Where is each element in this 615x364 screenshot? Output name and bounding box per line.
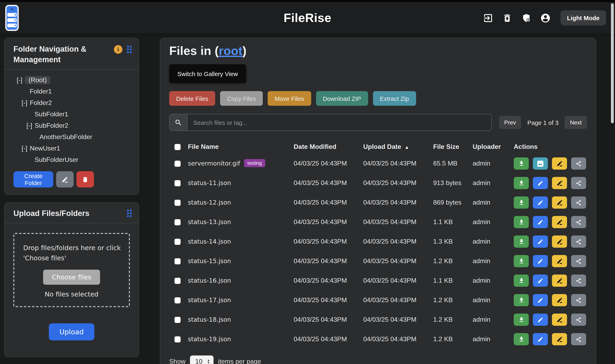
share-button[interactable] bbox=[571, 313, 586, 326]
search-input[interactable] bbox=[187, 114, 492, 131]
share-button[interactable] bbox=[571, 196, 586, 209]
share-button[interactable] bbox=[571, 333, 586, 345]
prev-page-button[interactable]: Prev bbox=[499, 116, 521, 129]
edit-button[interactable] bbox=[533, 235, 548, 248]
share-button[interactable] bbox=[571, 157, 586, 169]
items-per-page-select[interactable]: 10 ▲▼ bbox=[190, 355, 213, 364]
account-circle-icon[interactable] bbox=[540, 12, 551, 24]
folder-tree-item[interactable]: [-] SubFolder2 bbox=[4, 120, 139, 131]
folder-name[interactable]: AnotherSubFolder bbox=[39, 133, 92, 141]
admin-shield-icon[interactable] bbox=[521, 12, 532, 24]
rename-button[interactable] bbox=[552, 177, 567, 189]
download-button[interactable] bbox=[514, 216, 529, 228]
row-checkbox[interactable] bbox=[174, 297, 180, 303]
next-page-button[interactable]: Next bbox=[564, 116, 587, 129]
folder-tree-item[interactable]: [-] NewUser1 bbox=[4, 143, 139, 154]
share-button[interactable] bbox=[571, 274, 586, 287]
rename-button[interactable] bbox=[552, 274, 567, 287]
rename-button[interactable] bbox=[552, 313, 567, 326]
copy-files-button[interactable]: Copy Files bbox=[220, 91, 263, 106]
rename-button[interactable] bbox=[552, 235, 567, 248]
rename-button[interactable] bbox=[552, 255, 567, 267]
row-checkbox[interactable] bbox=[174, 238, 180, 245]
edit-button[interactable] bbox=[533, 294, 548, 306]
drag-handle-icon[interactable] bbox=[127, 209, 132, 218]
folder-name[interactable]: SubFolder1 bbox=[35, 111, 68, 118]
edit-button[interactable] bbox=[533, 255, 548, 267]
folder-tree-item[interactable]: Folder1 bbox=[4, 86, 139, 97]
rename-button[interactable] bbox=[552, 196, 567, 209]
download-button[interactable] bbox=[514, 177, 529, 189]
column-uploader[interactable]: Uploader bbox=[470, 143, 511, 150]
download-button[interactable] bbox=[514, 235, 529, 248]
folder-tree-item[interactable]: SubFolderUser bbox=[4, 154, 139, 166]
row-checkbox[interactable] bbox=[174, 219, 180, 225]
switch-gallery-view-button[interactable]: Switch to Gallery View bbox=[169, 64, 246, 83]
column-date-modified[interactable]: Date Modified bbox=[291, 143, 361, 150]
delete-files-button[interactable]: Delete Files bbox=[169, 91, 215, 106]
share-button[interactable] bbox=[571, 255, 586, 267]
download-button[interactable] bbox=[514, 157, 529, 169]
folder-tree-item[interactable]: AnotherSubFolder bbox=[4, 131, 139, 143]
folder-name[interactable]: Folder1 bbox=[30, 88, 52, 95]
download-button[interactable] bbox=[514, 294, 529, 306]
light-mode-button[interactable]: Light Mode bbox=[561, 10, 606, 26]
share-button[interactable] bbox=[571, 235, 586, 248]
row-checkbox[interactable] bbox=[174, 180, 180, 186]
download-button[interactable] bbox=[514, 255, 529, 267]
move-files-button[interactable]: Move Files bbox=[268, 91, 311, 106]
edit-button[interactable] bbox=[533, 177, 548, 189]
download-zip-button[interactable]: Download ZIP bbox=[316, 91, 368, 106]
logout-icon[interactable] bbox=[482, 12, 494, 24]
folder-name[interactable]: NewUser1 bbox=[30, 145, 60, 152]
folder-name[interactable]: Folder2 bbox=[30, 99, 52, 106]
upload-button[interactable]: Upload bbox=[49, 323, 94, 340]
folder-name[interactable]: SubFolderUser bbox=[35, 156, 78, 164]
preview-button[interactable] bbox=[533, 157, 548, 169]
tree-toggle[interactable]: [-] bbox=[22, 99, 27, 106]
trash-restore-icon[interactable] bbox=[501, 12, 513, 24]
edit-button[interactable] bbox=[533, 196, 548, 209]
row-checkbox[interactable] bbox=[174, 258, 180, 264]
download-button[interactable] bbox=[514, 313, 529, 326]
tree-toggle[interactable]: [-] bbox=[26, 122, 32, 129]
rename-button[interactable] bbox=[552, 216, 567, 228]
folder-tree-item[interactable]: [-] (Root) bbox=[4, 74, 139, 86]
rename-button[interactable] bbox=[552, 333, 567, 345]
edit-button[interactable] bbox=[533, 216, 548, 228]
row-checkbox[interactable] bbox=[174, 336, 180, 342]
rename-button[interactable] bbox=[552, 294, 567, 306]
root-folder-link[interactable]: root bbox=[219, 44, 242, 57]
folder-name[interactable]: (Root) bbox=[25, 76, 50, 84]
download-button[interactable] bbox=[514, 196, 529, 209]
tree-toggle[interactable]: [-] bbox=[22, 145, 27, 152]
share-button[interactable] bbox=[571, 177, 586, 189]
row-checkbox[interactable] bbox=[174, 160, 180, 167]
edit-button[interactable] bbox=[533, 313, 548, 326]
download-button[interactable] bbox=[514, 333, 529, 345]
edit-button[interactable] bbox=[533, 274, 548, 287]
scrollbar-thumb[interactable] bbox=[611, 3, 614, 123]
edit-button[interactable] bbox=[533, 333, 548, 345]
column-file-name[interactable]: File Name bbox=[185, 143, 291, 150]
delete-folder-button[interactable] bbox=[77, 171, 94, 187]
row-checkbox[interactable] bbox=[174, 317, 180, 323]
rename-button[interactable] bbox=[552, 157, 567, 169]
info-icon[interactable]: i bbox=[114, 45, 122, 54]
folder-tree-item[interactable]: [-] Folder2 bbox=[4, 97, 139, 109]
rename-folder-button[interactable] bbox=[56, 171, 74, 187]
tree-toggle[interactable]: [-] bbox=[17, 77, 22, 84]
choose-files-button[interactable]: Choose files bbox=[43, 270, 100, 285]
column-upload-date[interactable]: Upload Date▲ bbox=[361, 143, 431, 150]
extract-zip-button[interactable]: Extract Zip bbox=[373, 91, 416, 106]
create-folder-button[interactable]: Create Folder bbox=[13, 171, 53, 187]
column-file-size[interactable]: File Size bbox=[431, 143, 470, 150]
drag-handle-icon[interactable] bbox=[127, 45, 132, 53]
select-all-checkbox[interactable] bbox=[174, 144, 180, 150]
folder-name[interactable]: SubFolder2 bbox=[35, 122, 68, 129]
row-checkbox[interactable] bbox=[174, 199, 180, 206]
share-button[interactable] bbox=[571, 216, 586, 228]
share-button[interactable] bbox=[571, 294, 586, 306]
dropzone[interactable]: Drop files/folders here or click 'Choose… bbox=[13, 233, 130, 307]
folder-tree-item[interactable]: SubFolder1 bbox=[4, 109, 139, 120]
